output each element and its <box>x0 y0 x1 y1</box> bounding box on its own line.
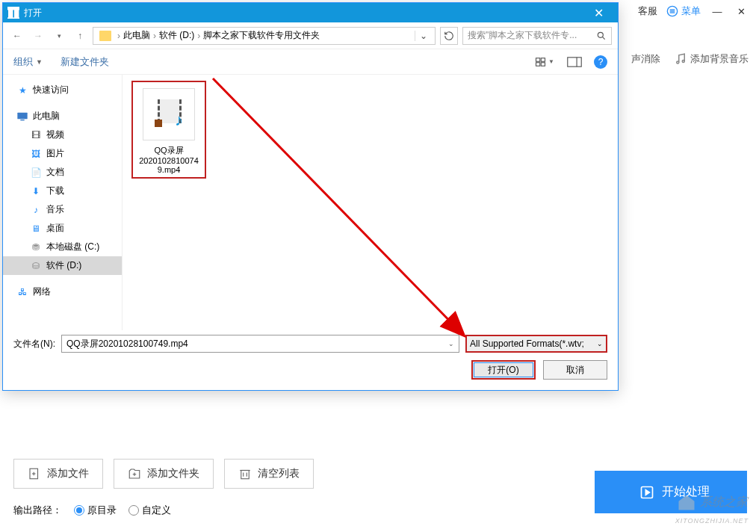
add-folder-button[interactable]: 添加文件夹 <box>114 459 214 489</box>
chevron-down-icon[interactable]: ⌄ <box>448 340 454 347</box>
minimize-button[interactable]: — <box>710 6 725 17</box>
svg-rect-20 <box>536 62 540 66</box>
output-path-label: 输出路径： <box>13 504 62 517</box>
clear-list-button[interactable]: 清空列表 <box>224 459 314 489</box>
dialog-close-button[interactable]: ✕ <box>583 6 613 20</box>
breadcrumb-dropdown[interactable]: ⌄ <box>415 31 432 41</box>
filename-input[interactable]: QQ录屏20201028100749.mp4 ⌄ <box>61 335 459 353</box>
sidebar-videos[interactable]: 🎞 视频 <box>3 126 122 144</box>
file-thumbnail: ♪ <box>143 88 195 140</box>
add-bgm-button[interactable]: 添加背景音乐 <box>674 52 749 66</box>
new-folder-button[interactable]: 新建文件夹 <box>61 55 109 69</box>
folder-icon <box>99 31 111 41</box>
breadcrumb[interactable]: › 此电脑 › 软件 (D:) › 脚本之家下载软件专用文件夹 ⌄ <box>93 27 436 45</box>
view-mode-button[interactable]: ▼ <box>534 55 555 69</box>
close-button[interactable]: ✕ <box>734 6 749 17</box>
nav-recent-dropdown[interactable]: ▾ <box>51 28 67 44</box>
svg-rect-23 <box>568 57 581 66</box>
search-input[interactable]: 搜索"脚本之家下载软件专... <box>462 27 612 45</box>
sidebar-pictures[interactable]: 🖼 图片 <box>3 144 122 163</box>
menu-button[interactable]: 菜单 <box>666 4 701 18</box>
svg-line-18 <box>602 37 605 40</box>
svg-rect-25 <box>17 112 27 119</box>
svg-marker-16 <box>645 489 649 495</box>
sidebar-ddrive[interactable]: ⛁ 软件 (D:) <box>3 256 122 275</box>
sidebar-quick-access[interactable]: ★ 快速访问 <box>3 81 122 99</box>
sidebar-cdrive[interactable]: ⛃ 本地磁盘 (C:) <box>3 238 122 256</box>
chevron-down-icon: ⌄ <box>597 340 603 347</box>
svg-point-5 <box>682 61 684 63</box>
sidebar: ★ 快速访问 此电脑 🎞 视频 🖼 图片 📄 文档 ⬇ 下载 <box>3 75 123 330</box>
refresh-button[interactable] <box>440 27 458 45</box>
help-button[interactable]: ? <box>594 55 607 69</box>
watermark: 系统之家 XITONGZHIJIA.NET <box>675 492 749 525</box>
kefu-label[interactable]: 客服 <box>638 4 657 18</box>
cancel-button[interactable]: 取消 <box>543 360 607 380</box>
nav-back-button[interactable]: ← <box>9 28 25 44</box>
sidebar-downloads[interactable]: ⬇ 下载 <box>3 182 122 200</box>
noise-cancel-button[interactable]: 声消除 <box>631 52 660 66</box>
sidebar-network[interactable]: 🖧 网络 <box>3 282 122 301</box>
app-icon: ❙❙❙ <box>7 7 19 19</box>
sidebar-music[interactable]: ♪ 音乐 <box>3 200 122 219</box>
radio-custom-dir[interactable]: 自定义 <box>128 504 171 517</box>
preview-pane-button[interactable] <box>564 55 585 69</box>
svg-rect-22 <box>541 62 545 66</box>
filename-label: 文件名(N): <box>13 338 55 350</box>
organize-menu[interactable]: 组织 ▼ <box>13 55 43 69</box>
svg-rect-21 <box>541 58 545 61</box>
svg-rect-26 <box>20 120 24 120</box>
dialog-titlebar: ❙❙❙ 打开 ✕ <box>3 3 618 22</box>
nav-forward-button[interactable]: → <box>30 28 46 44</box>
add-file-button[interactable]: 添加文件 <box>13 459 103 489</box>
sidebar-documents[interactable]: 📄 文档 <box>3 163 122 182</box>
svg-rect-11 <box>241 471 250 479</box>
dialog-title: 打开 <box>24 7 42 19</box>
file-list-area[interactable]: ♪ QQ录屏 2020102810074 9.mp4 <box>123 75 618 330</box>
filetype-select[interactable]: All Supported Formats(*.wtv; ⌄ <box>465 335 607 353</box>
svg-point-4 <box>677 61 679 64</box>
file-open-dialog: ❙❙❙ 打开 ✕ ← → ▾ ↑ › 此电脑 › 软件 (D:) › 脚本之家下… <box>2 2 619 391</box>
search-icon <box>596 31 607 41</box>
radio-original-dir[interactable]: 原目录 <box>74 504 117 517</box>
sidebar-this-pc[interactable]: 此电脑 <box>3 107 122 126</box>
file-item-selected[interactable]: ♪ QQ录屏 2020102810074 9.mp4 <box>131 81 206 179</box>
svg-rect-19 <box>536 58 540 61</box>
nav-up-button[interactable]: ↑ <box>72 28 88 44</box>
sidebar-desktop[interactable]: 🖥 桌面 <box>3 219 122 238</box>
open-button[interactable]: 打开(O) <box>471 360 536 380</box>
